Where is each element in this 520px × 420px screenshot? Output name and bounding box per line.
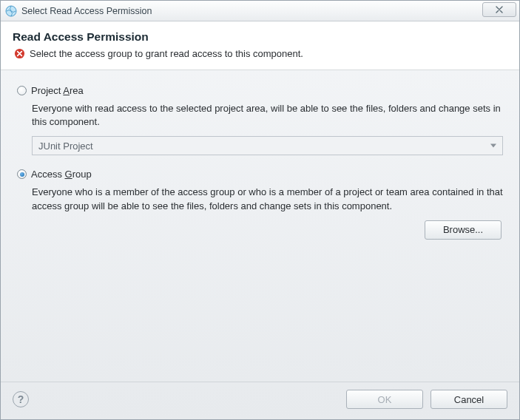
radio-label-access-group: Access Group [31,169,92,180]
dialog-heading: Read Access Permission [13,30,507,44]
dialog-window: Select Read Access Permission Read Acces… [0,0,520,420]
close-icon [494,6,504,13]
radio-project-area[interactable]: Project Area [17,85,503,96]
browse-row: Browse... [17,220,503,240]
radio-icon [17,169,27,179]
project-area-select[interactable]: JUnit Project [32,136,503,155]
footer-buttons: OK Cancel [346,390,507,409]
content-area: Project Area Everyone with read access t… [1,70,519,382]
chevron-down-icon [490,144,496,148]
radio-label-project-area: Project Area [31,85,84,96]
project-area-description: Everyone with read access to the selecte… [32,102,503,129]
project-area-selected-value: JUnit Project [38,140,93,152]
status-message: Select the access group to grant read ac… [30,48,303,59]
footer: ? OK Cancel [1,382,519,419]
ok-button[interactable]: OK [346,390,423,409]
option-access-group: Access Group Everyone who is a member of… [17,169,503,239]
access-group-description: Everyone who is a member of the access g… [32,186,503,212]
window-title: Select Read Access Permission [21,6,152,16]
globe-icon [5,5,17,17]
option-project-area: Project Area Everyone with read access t… [17,85,503,155]
browse-button[interactable]: Browse... [425,220,502,240]
close-button[interactable] [482,2,516,17]
error-icon [14,48,25,59]
radio-access-group[interactable]: Access Group [17,169,503,180]
header-panel: Read Access Permission Select the access… [1,21,519,70]
cancel-button[interactable]: Cancel [430,390,507,409]
radio-icon [17,86,27,95]
help-button[interactable]: ? [13,391,29,407]
help-icon: ? [18,393,24,405]
titlebar: Select Read Access Permission [1,1,519,21]
status-row: Select the access group to grant read ac… [13,48,507,59]
